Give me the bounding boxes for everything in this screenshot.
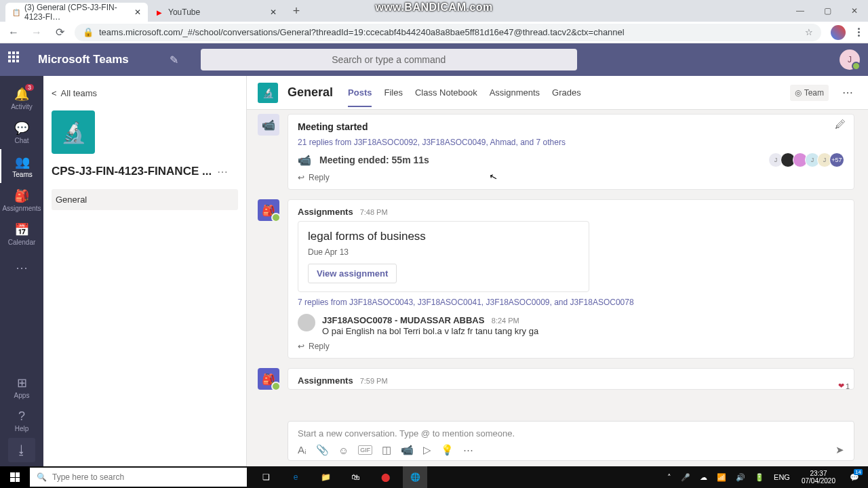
rail-download[interactable]: ⭳ [8, 438, 35, 462]
rail-teams[interactable]: 👥 Teams [0, 149, 43, 183]
compose-placeholder[interactable]: Start a new conversation. Type @ to ment… [298, 428, 844, 439]
task-view-icon[interactable]: ❏ [254, 466, 278, 488]
assignments-bot-avatar: 🎒 [258, 368, 279, 390]
praise-icon[interactable]: 💡 [441, 444, 454, 456]
reaction-heart[interactable]: ❤1 [838, 382, 850, 390]
team-panel: < All teams 🔬 CPS-J3-FIN-4123-FINANCE ..… [43, 76, 247, 466]
file-explorer-icon[interactable]: 📁 [313, 466, 338, 488]
teams-favicon: 📋 [12, 7, 20, 17]
compose-box[interactable]: Start a new conversation. Type @ to ment… [288, 421, 854, 461]
meetnow-icon[interactable]: 📹 [401, 444, 414, 456]
bookmark-icon[interactable]: ☆ [805, 27, 813, 37]
team-thumbnail[interactable]: 🔬 [52, 110, 95, 154]
chrome-menu[interactable] [855, 25, 863, 39]
back-button[interactable]: ← [5, 24, 22, 41]
message-list[interactable]: 📹 🖉 Meeting started 21 replies from J3F1… [247, 110, 868, 418]
wifi-icon[interactable]: 📶 [715, 473, 728, 482]
tab-assignments[interactable]: Assignments [490, 78, 540, 107]
chat-icon: 💬 [14, 121, 29, 136]
channel-header: 🔬 General Posts Files Class Notebook Ass… [247, 76, 868, 110]
language-indicator[interactable]: ENG [772, 473, 792, 481]
replies-summary[interactable]: 21 replies from J3F18ASOC0092, J3F18ASOC… [298, 138, 844, 147]
chrome-profile[interactable] [831, 25, 846, 40]
start-button[interactable] [0, 466, 30, 488]
sticker-icon[interactable]: ◫ [382, 444, 391, 456]
tab-grades[interactable]: Grades [552, 78, 581, 107]
attach-icon[interactable]: 📎 [316, 444, 329, 456]
close-window-button[interactable]: ✕ [841, 1, 868, 21]
calendar-icon: 📅 [14, 222, 29, 237]
mic-icon[interactable]: 🎤 [679, 473, 692, 482]
meeting-ended: Meeting ended: 55m 11s [319, 155, 429, 165]
team-more-icon[interactable]: ⋯ [217, 165, 228, 178]
app-launcher-icon[interactable] [8, 52, 24, 68]
gif-icon[interactable]: GIF [358, 445, 372, 455]
rail-assignments[interactable]: 🎒 Assignments [0, 183, 43, 217]
close-icon[interactable]: ✕ [270, 7, 277, 17]
assignment-card[interactable]: legal forms of business Due Apr 13 View … [298, 221, 589, 292]
close-icon[interactable]: ✕ [134, 7, 141, 17]
team-name: CPS-J3-FIN-4123-FINANCE ... [52, 165, 212, 178]
rail-apps[interactable]: ⊞ Apps [0, 370, 43, 404]
stream-icon[interactable]: ▷ [423, 444, 431, 456]
lock-icon: 🔒 [83, 27, 94, 37]
channel-title: General [288, 85, 333, 100]
browser-tab-active[interactable]: 📋 (3) General (CPS-J3-FIN-4123-FI… ✕ [5, 3, 148, 22]
emoji-icon[interactable]: ☺ [338, 445, 349, 456]
rail-calendar[interactable]: 📅 Calendar [0, 217, 43, 251]
message-time: 7:48 PM [360, 208, 388, 216]
rail-more[interactable]: ⋯ [0, 251, 43, 285]
chrome-icon[interactable]: 🌐 [403, 466, 427, 488]
team-button[interactable]: ◎ Team [790, 85, 829, 101]
forward-button[interactable]: → [28, 24, 45, 41]
taskbar-clock[interactable]: 23:37 07/04/2020 [797, 470, 840, 485]
user-avatar[interactable]: J [840, 49, 860, 70]
rail-label: Teams [12, 171, 32, 178]
video-icon: 📹 [298, 154, 311, 167]
action-center-icon[interactable]: 💬 [845, 468, 864, 487]
tab-files[interactable]: Files [384, 78, 402, 107]
reload-button[interactable]: ⟳ [52, 24, 68, 41]
maximize-button[interactable]: ▢ [814, 1, 841, 21]
minimize-button[interactable]: — [787, 1, 814, 21]
volume-icon[interactable]: 🔊 [734, 473, 747, 482]
view-assignment-button[interactable]: View assignment [308, 264, 397, 283]
tray-chevron-icon[interactable]: ˄ [665, 473, 673, 482]
channel-more-icon[interactable]: ⋯ [838, 86, 857, 99]
rail-label: Apps [14, 392, 30, 399]
send-icon[interactable]: ➤ [835, 444, 844, 456]
tab-class-notebook[interactable]: Class Notebook [415, 78, 477, 107]
replies-summary[interactable]: 7 replies from J3F18ASOC0043, J3F18ASOC0… [298, 298, 844, 307]
reply-author: J3F18ASOC0078 - MUDASSAR ABBAS [322, 315, 484, 325]
tab-posts[interactable]: Posts [348, 78, 372, 107]
reply-text: O pai English na bol Terri bol.a v lafz … [322, 326, 538, 336]
search-input[interactable]: Search or type a command [201, 49, 577, 70]
browser-tab-youtube[interactable]: ▶ YouTube ✕ [148, 3, 283, 22]
meeting-started: Meeting started [298, 121, 844, 132]
taskbar-search[interactable]: 🔍 Type here to search [30, 468, 247, 487]
reply-button[interactable]: ↩ Reply [298, 342, 844, 351]
rail-help[interactable]: ? Help [0, 404, 43, 438]
onedrive-icon[interactable]: ☁ [698, 473, 709, 482]
channel-general[interactable]: General [52, 189, 238, 210]
eye-icon: ◎ [795, 88, 802, 98]
format-icon[interactable]: Aᵢ [298, 444, 307, 456]
attachment-icon[interactable]: 🖉 [835, 119, 846, 131]
battery-icon[interactable]: 🔋 [753, 473, 766, 482]
rail-activity[interactable]: 3 🔔 Activity [0, 81, 43, 115]
edge-icon[interactable]: e [283, 466, 308, 488]
compose-toolbar: Aᵢ 📎 ☺ GIF ◫ 📹 ▷ 💡 ⋯ ➤ [298, 444, 844, 456]
reply-button[interactable]: ↩ Reply [298, 173, 844, 182]
more-icon[interactable]: ⋯ [463, 444, 473, 456]
bandicam-icon[interactable]: ⬤ [373, 466, 397, 488]
rail-chat[interactable]: 💬 Chat [0, 115, 43, 149]
store-icon[interactable]: 🛍 [343, 466, 368, 488]
all-teams-link[interactable]: < All teams [52, 84, 238, 102]
address-bar[interactable]: 🔒 teams.microsoft.com/_#/school/conversa… [75, 24, 821, 41]
compose-icon[interactable]: ✎ [164, 49, 184, 70]
url-text: teams.microsoft.com/_#/school/conversati… [99, 27, 625, 37]
rail-label: Assignments [2, 205, 41, 212]
new-tab-button[interactable]: + [288, 2, 305, 20]
search-icon: 🔍 [37, 472, 47, 482]
attendee-avatars[interactable]: J J J +57 [771, 152, 844, 167]
